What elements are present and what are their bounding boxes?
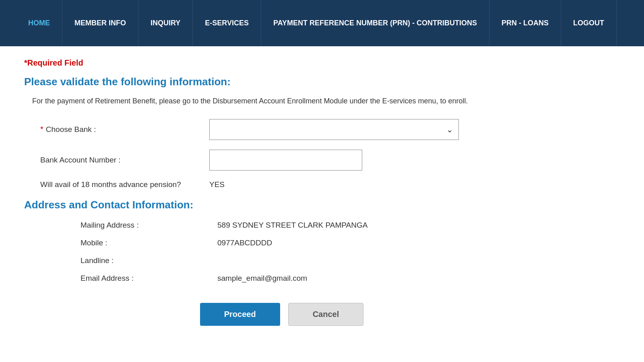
validate-section-title: Please validate the following informatio… [24, 76, 539, 88]
nav-inquiry[interactable]: INQUIRY [138, 0, 193, 46]
required-field-label: *Required Field [24, 58, 539, 68]
nav-prn-contributions[interactable]: PAYMENT REFERENCE NUMBER (PRN) - CONTRIB… [261, 0, 489, 46]
email-row: Email Address : sample_email@gmail.com [24, 274, 539, 283]
choose-bank-wrapper: ⌄ [209, 119, 459, 140]
bank-account-label: Bank Account Number : [40, 156, 209, 165]
bank-account-input[interactable] [209, 150, 362, 171]
proceed-button[interactable]: Proceed [200, 303, 280, 326]
mobile-value: 0977ABCDDDD [217, 239, 272, 247]
pension-label: Will avail of 18 months advance pension? [40, 180, 209, 189]
mailing-address-row: Mailing Address : 589 SYDNEY STREET CLAR… [24, 221, 539, 230]
mobile-row: Mobile : 0977ABCDDDD [24, 239, 539, 247]
button-row: Proceed Cancel [24, 303, 539, 342]
landline-label: Landline : [80, 256, 217, 265]
choose-bank-row: *Choose Bank : ⌄ [24, 119, 539, 140]
mailing-address-value: 589 SYDNEY STREET CLARK PAMPANGA [217, 221, 367, 230]
mailing-address-label: Mailing Address : [80, 221, 217, 230]
nav-prn-loans[interactable]: PRN - LOANS [489, 0, 561, 46]
cancel-button[interactable]: Cancel [288, 303, 364, 326]
nav-home[interactable]: HOME [16, 0, 62, 46]
bank-account-row: Bank Account Number : [24, 150, 539, 171]
landline-row: Landline : [24, 256, 539, 265]
pension-value: YES [209, 180, 225, 189]
main-content: *Required Field Please validate the foll… [0, 46, 564, 354]
info-text: For the payment of Retirement Benefit, p… [24, 95, 507, 107]
email-value: sample_email@gmail.com [217, 274, 307, 283]
nav-logout[interactable]: LOGOUT [561, 0, 617, 46]
navigation: HOME MEMBER INFO INQUIRY E-SERVICES PAYM… [0, 0, 644, 46]
nav-e-services[interactable]: E-SERVICES [193, 0, 261, 46]
required-star-bank: * [40, 125, 43, 134]
nav-member-info[interactable]: MEMBER INFO [62, 0, 138, 46]
email-label: Email Address : [80, 274, 217, 283]
pension-row: Will avail of 18 months advance pension?… [24, 180, 539, 189]
mobile-label: Mobile : [80, 239, 217, 247]
address-section-title: Address and Contact Information: [24, 199, 539, 211]
choose-bank-select[interactable] [209, 119, 459, 140]
choose-bank-label: *Choose Bank : [40, 125, 209, 134]
